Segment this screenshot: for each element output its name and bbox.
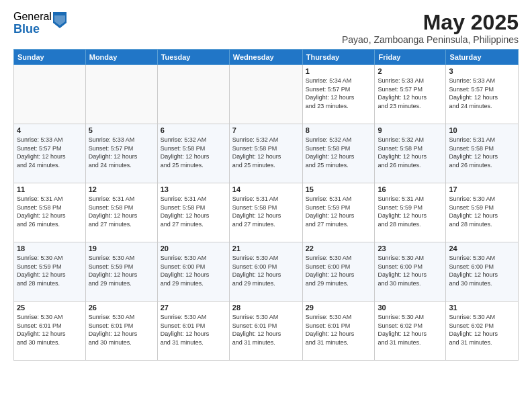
logo: General Blue — [13, 11, 66, 36]
calendar-cell: 31Sunrise: 5:30 AM Sunset: 6:02 PM Dayli… — [446, 302, 519, 361]
day-info: Sunrise: 5:31 AM Sunset: 5:58 PM Dayligh… — [161, 195, 226, 228]
calendar-cell: 8Sunrise: 5:32 AM Sunset: 5:58 PM Daylig… — [302, 124, 375, 183]
day-info: Sunrise: 5:32 AM Sunset: 5:58 PM Dayligh… — [378, 136, 443, 169]
day-number: 21 — [232, 244, 300, 253]
calendar-cell: 26Sunrise: 5:30 AM Sunset: 6:01 PM Dayli… — [85, 302, 157, 361]
day-number: 13 — [161, 185, 226, 193]
calendar-cell: 2Sunrise: 5:33 AM Sunset: 5:57 PM Daylig… — [375, 65, 446, 124]
day-info: Sunrise: 5:32 AM Sunset: 5:58 PM Dayligh… — [306, 136, 372, 169]
month-title: May 2025 — [342, 11, 519, 34]
day-info: Sunrise: 5:33 AM Sunset: 5:57 PM Dayligh… — [89, 136, 154, 169]
day-number: 25 — [17, 304, 83, 312]
day-number: 26 — [89, 304, 154, 312]
day-number: 29 — [306, 304, 372, 312]
day-info: Sunrise: 5:30 AM Sunset: 5:59 PM Dayligh… — [17, 254, 83, 287]
calendar-cell: 22Sunrise: 5:30 AM Sunset: 6:00 PM Dayli… — [302, 242, 375, 302]
page-header: General Blue May 2025 Payao, Zamboanga P… — [13, 11, 519, 45]
calendar-cell: 25Sunrise: 5:30 AM Sunset: 6:01 PM Dayli… — [14, 302, 86, 361]
day-of-week-wednesday: Wednesday — [229, 50, 302, 65]
location: Payao, Zamboanga Peninsula, Philippines — [342, 34, 519, 45]
calendar-cell: 12Sunrise: 5:31 AM Sunset: 5:58 PM Dayli… — [85, 183, 157, 242]
day-number: 8 — [306, 126, 372, 134]
day-number: 10 — [449, 126, 515, 134]
day-info: Sunrise: 5:30 AM Sunset: 6:00 PM Dayligh… — [449, 254, 515, 287]
calendar-week-4: 18Sunrise: 5:30 AM Sunset: 5:59 PM Dayli… — [14, 242, 519, 302]
day-number: 23 — [378, 244, 443, 253]
day-number: 15 — [306, 185, 372, 193]
day-info: Sunrise: 5:34 AM Sunset: 5:57 PM Dayligh… — [306, 77, 372, 110]
day-number: 18 — [17, 244, 83, 253]
day-number: 3 — [449, 67, 515, 75]
calendar-cell — [85, 65, 157, 124]
calendar-cell: 21Sunrise: 5:30 AM Sunset: 6:00 PM Dayli… — [229, 242, 302, 302]
calendar-cell — [14, 65, 86, 124]
calendar-header-row: SundayMondayTuesdayWednesdayThursdayFrid… — [14, 50, 519, 65]
calendar-week-2: 4Sunrise: 5:33 AM Sunset: 5:57 PM Daylig… — [14, 124, 519, 183]
calendar-week-5: 25Sunrise: 5:30 AM Sunset: 6:01 PM Dayli… — [14, 302, 519, 361]
calendar-cell: 6Sunrise: 5:32 AM Sunset: 5:58 PM Daylig… — [157, 124, 229, 183]
day-number: 28 — [232, 304, 300, 312]
day-info: Sunrise: 5:30 AM Sunset: 6:01 PM Dayligh… — [17, 313, 83, 347]
day-number: 5 — [89, 126, 154, 134]
day-of-week-sunday: Sunday — [14, 50, 86, 65]
day-number: 7 — [232, 126, 300, 134]
calendar-week-1: 1Sunrise: 5:34 AM Sunset: 5:57 PM Daylig… — [14, 65, 519, 124]
day-info: Sunrise: 5:30 AM Sunset: 6:01 PM Dayligh… — [89, 313, 154, 347]
calendar-cell: 7Sunrise: 5:32 AM Sunset: 5:58 PM Daylig… — [229, 124, 302, 183]
day-info: Sunrise: 5:30 AM Sunset: 5:59 PM Dayligh… — [449, 195, 515, 228]
calendar-cell: 15Sunrise: 5:31 AM Sunset: 5:59 PM Dayli… — [302, 183, 375, 242]
calendar-cell: 20Sunrise: 5:30 AM Sunset: 6:00 PM Dayli… — [157, 242, 229, 302]
calendar-cell — [229, 65, 302, 124]
day-info: Sunrise: 5:30 AM Sunset: 6:02 PM Dayligh… — [378, 313, 443, 347]
calendar-cell: 11Sunrise: 5:31 AM Sunset: 5:58 PM Dayli… — [14, 183, 86, 242]
calendar-cell: 3Sunrise: 5:33 AM Sunset: 5:57 PM Daylig… — [446, 65, 519, 124]
calendar-cell: 23Sunrise: 5:30 AM Sunset: 6:00 PM Dayli… — [375, 242, 446, 302]
calendar-cell: 13Sunrise: 5:31 AM Sunset: 5:58 PM Dayli… — [157, 183, 229, 242]
calendar-week-3: 11Sunrise: 5:31 AM Sunset: 5:58 PM Dayli… — [14, 183, 519, 242]
day-number: 17 — [449, 185, 515, 193]
calendar-cell: 14Sunrise: 5:31 AM Sunset: 5:58 PM Dayli… — [229, 183, 302, 242]
calendar-cell: 16Sunrise: 5:31 AM Sunset: 5:59 PM Dayli… — [375, 183, 446, 242]
day-info: Sunrise: 5:31 AM Sunset: 5:58 PM Dayligh… — [17, 195, 83, 228]
day-number: 22 — [306, 244, 372, 253]
calendar-cell: 24Sunrise: 5:30 AM Sunset: 6:00 PM Dayli… — [446, 242, 519, 302]
day-info: Sunrise: 5:31 AM Sunset: 5:58 PM Dayligh… — [89, 195, 154, 228]
day-number: 27 — [161, 304, 226, 312]
day-info: Sunrise: 5:30 AM Sunset: 6:00 PM Dayligh… — [161, 254, 226, 287]
day-of-week-friday: Friday — [375, 50, 446, 65]
calendar-cell: 30Sunrise: 5:30 AM Sunset: 6:02 PM Dayli… — [375, 302, 446, 361]
day-info: Sunrise: 5:30 AM Sunset: 6:02 PM Dayligh… — [449, 313, 515, 347]
calendar-cell: 27Sunrise: 5:30 AM Sunset: 6:01 PM Dayli… — [157, 302, 229, 361]
day-info: Sunrise: 5:30 AM Sunset: 6:01 PM Dayligh… — [306, 313, 372, 347]
calendar-cell: 19Sunrise: 5:30 AM Sunset: 5:59 PM Dayli… — [85, 242, 157, 302]
day-info: Sunrise: 5:30 AM Sunset: 6:01 PM Dayligh… — [232, 313, 300, 347]
day-info: Sunrise: 5:30 AM Sunset: 6:00 PM Dayligh… — [232, 254, 300, 287]
day-number: 4 — [17, 126, 83, 134]
calendar-cell: 9Sunrise: 5:32 AM Sunset: 5:58 PM Daylig… — [375, 124, 446, 183]
day-number: 9 — [378, 126, 443, 134]
logo-general: General — [13, 11, 52, 23]
day-info: Sunrise: 5:32 AM Sunset: 5:58 PM Dayligh… — [161, 136, 226, 169]
calendar-cell: 10Sunrise: 5:31 AM Sunset: 5:58 PM Dayli… — [446, 124, 519, 183]
day-number: 19 — [89, 244, 154, 253]
day-info: Sunrise: 5:33 AM Sunset: 5:57 PM Dayligh… — [378, 77, 443, 110]
calendar-cell: 4Sunrise: 5:33 AM Sunset: 5:57 PM Daylig… — [14, 124, 86, 183]
day-number: 14 — [232, 185, 300, 193]
day-info: Sunrise: 5:30 AM Sunset: 6:00 PM Dayligh… — [306, 254, 372, 287]
day-info: Sunrise: 5:32 AM Sunset: 5:58 PM Dayligh… — [232, 136, 300, 169]
day-number: 1 — [306, 67, 372, 75]
day-info: Sunrise: 5:30 AM Sunset: 5:59 PM Dayligh… — [89, 254, 154, 287]
day-number: 24 — [449, 244, 515, 253]
calendar-cell: 18Sunrise: 5:30 AM Sunset: 5:59 PM Dayli… — [14, 242, 86, 302]
calendar-cell: 29Sunrise: 5:30 AM Sunset: 6:01 PM Dayli… — [302, 302, 375, 361]
calendar-cell: 5Sunrise: 5:33 AM Sunset: 5:57 PM Daylig… — [85, 124, 157, 183]
day-of-week-monday: Monday — [85, 50, 157, 65]
title-block: May 2025 Payao, Zamboanga Peninsula, Phi… — [342, 11, 519, 45]
day-number: 16 — [378, 185, 443, 193]
day-number: 6 — [161, 126, 226, 134]
day-info: Sunrise: 5:31 AM Sunset: 5:58 PM Dayligh… — [449, 136, 515, 169]
day-info: Sunrise: 5:30 AM Sunset: 6:00 PM Dayligh… — [378, 254, 443, 287]
day-number: 12 — [89, 185, 154, 193]
day-info: Sunrise: 5:33 AM Sunset: 5:57 PM Dayligh… — [449, 77, 515, 110]
day-info: Sunrise: 5:33 AM Sunset: 5:57 PM Dayligh… — [17, 136, 83, 169]
